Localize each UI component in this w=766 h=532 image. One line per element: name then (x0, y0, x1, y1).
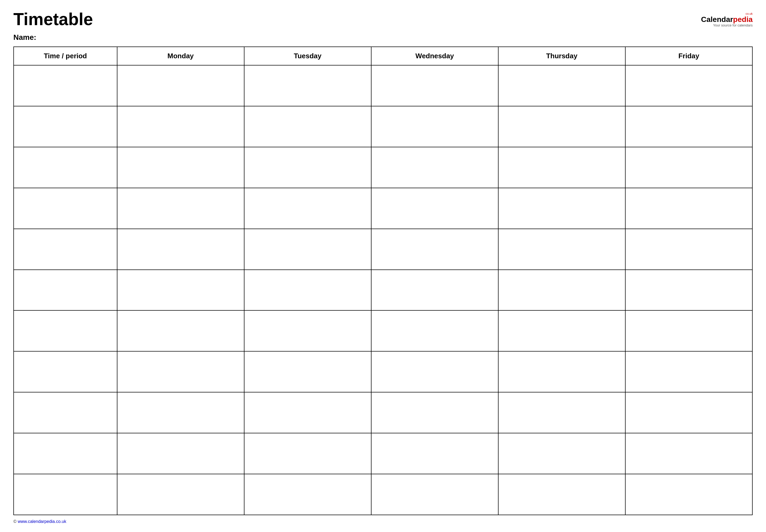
schedule-cell[interactable] (625, 270, 752, 311)
time-cell[interactable] (14, 392, 117, 433)
schedule-cell[interactable] (498, 351, 625, 392)
table-row (14, 65, 752, 106)
schedule-cell[interactable] (498, 270, 625, 311)
schedule-cell[interactable] (117, 65, 244, 106)
table-row (14, 392, 752, 433)
schedule-cell[interactable] (625, 147, 752, 188)
logo-text: Calendarpedia (701, 16, 753, 23)
footer-url: www.calendarpedia.co.uk (18, 519, 66, 524)
col-header-wednesday: Wednesday (371, 47, 498, 65)
schedule-cell[interactable] (371, 106, 498, 147)
time-cell[interactable] (14, 270, 117, 311)
schedule-cell[interactable] (625, 392, 752, 433)
schedule-cell[interactable] (625, 106, 752, 147)
schedule-cell[interactable] (371, 474, 498, 515)
logo-calendar: Calendar (701, 15, 733, 24)
schedule-cell[interactable] (117, 147, 244, 188)
schedule-cell[interactable] (625, 188, 752, 229)
schedule-cell[interactable] (244, 270, 371, 311)
logo-couk: co.uk (746, 12, 753, 15)
schedule-cell[interactable] (371, 147, 498, 188)
schedule-cell[interactable] (498, 433, 625, 474)
timetable: Time / period Monday Tuesday Wednesday T… (13, 47, 753, 515)
schedule-cell[interactable] (117, 474, 244, 515)
schedule-cell[interactable] (498, 65, 625, 106)
schedule-cell[interactable] (117, 351, 244, 392)
schedule-cell[interactable] (625, 351, 752, 392)
schedule-cell[interactable] (244, 474, 371, 515)
time-cell[interactable] (14, 433, 117, 474)
schedule-cell[interactable] (498, 188, 625, 229)
schedule-cell[interactable] (244, 433, 371, 474)
schedule-cell[interactable] (625, 433, 752, 474)
schedule-cell[interactable] (371, 229, 498, 270)
schedule-cell[interactable] (117, 106, 244, 147)
schedule-cell[interactable] (244, 229, 371, 270)
schedule-cell[interactable] (625, 229, 752, 270)
time-cell[interactable] (14, 106, 117, 147)
time-cell[interactable] (14, 310, 117, 351)
table-header-row: Time / period Monday Tuesday Wednesday T… (14, 47, 752, 65)
table-row (14, 351, 752, 392)
schedule-cell[interactable] (371, 433, 498, 474)
schedule-cell[interactable] (244, 351, 371, 392)
col-header-thursday: Thursday (498, 47, 625, 65)
schedule-cell[interactable] (117, 270, 244, 311)
time-cell[interactable] (14, 229, 117, 270)
schedule-cell[interactable] (371, 65, 498, 106)
table-row (14, 188, 752, 229)
schedule-cell[interactable] (498, 392, 625, 433)
schedule-cell[interactable] (371, 351, 498, 392)
table-row (14, 147, 752, 188)
time-cell[interactable] (14, 474, 117, 515)
schedule-cell[interactable] (498, 106, 625, 147)
schedule-cell[interactable] (371, 188, 498, 229)
schedule-cell[interactable] (244, 392, 371, 433)
schedule-cell[interactable] (498, 229, 625, 270)
time-cell[interactable] (14, 351, 117, 392)
schedule-cell[interactable] (498, 310, 625, 351)
schedule-cell[interactable] (117, 229, 244, 270)
schedule-cell[interactable] (244, 188, 371, 229)
page-title: Timetable (13, 11, 93, 28)
schedule-cell[interactable] (371, 392, 498, 433)
table-row (14, 433, 752, 474)
schedule-cell[interactable] (625, 65, 752, 106)
table-row (14, 310, 752, 351)
page-header: Timetable co.uk Calendarpedia Your sourc… (13, 11, 753, 28)
schedule-cell[interactable] (244, 310, 371, 351)
table-row (14, 270, 752, 311)
schedule-cell[interactable] (117, 392, 244, 433)
time-cell[interactable] (14, 188, 117, 229)
table-row (14, 106, 752, 147)
time-cell[interactable] (14, 147, 117, 188)
logo-tagline: Your source for calendars (713, 23, 753, 27)
footer-link[interactable]: www.calendarpedia.co.uk (18, 519, 66, 524)
col-header-tuesday: Tuesday (244, 47, 371, 65)
schedule-cell[interactable] (117, 433, 244, 474)
name-label: Name: (13, 33, 753, 42)
time-cell[interactable] (14, 65, 117, 106)
col-header-friday: Friday (625, 47, 752, 65)
schedule-cell[interactable] (625, 474, 752, 515)
schedule-cell[interactable] (117, 310, 244, 351)
logo-pedia: pedia (733, 15, 753, 24)
schedule-cell[interactable] (371, 270, 498, 311)
schedule-cell[interactable] (371, 310, 498, 351)
footer: © www.calendarpedia.co.uk (13, 519, 753, 524)
schedule-cell[interactable] (244, 147, 371, 188)
col-header-monday: Monday (117, 47, 244, 65)
col-header-time: Time / period (14, 47, 117, 65)
schedule-cell[interactable] (244, 106, 371, 147)
schedule-cell[interactable] (625, 310, 752, 351)
table-row (14, 474, 752, 515)
logo: co.uk Calendarpedia Your source for cale… (701, 12, 753, 27)
schedule-cell[interactable] (244, 65, 371, 106)
schedule-cell[interactable] (498, 474, 625, 515)
schedule-cell[interactable] (498, 147, 625, 188)
schedule-cell[interactable] (117, 188, 244, 229)
table-row (14, 229, 752, 270)
